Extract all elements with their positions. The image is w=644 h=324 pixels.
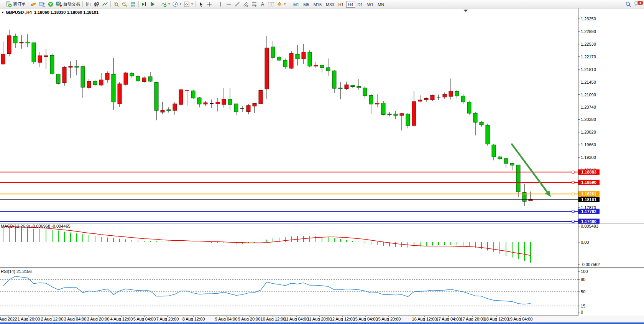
indicators-icon <box>161 1 167 7</box>
price-tick-label: 1.22170 <box>581 55 596 59</box>
chart-shift-button[interactable] <box>148 0 157 8</box>
svg-text:T: T <box>270 2 272 7</box>
timeframe-M15[interactable]: M15 <box>312 1 324 8</box>
candlestick-button[interactable] <box>92 0 101 8</box>
pane-separators[interactable] <box>0 223 644 268</box>
chevron-down-icon: ▾ <box>180 2 181 6</box>
timeframe-group: M1M5M15M30H1H4D1W1MN <box>291 1 386 8</box>
chat-button[interactable]: 1 <box>634 0 641 8</box>
channel-icon: E <box>243 1 249 7</box>
time-tick-label: 11 Aug 04:00 <box>284 317 309 321</box>
chart-canvas[interactable]: 1.232501.228901.225301.221701.218101.214… <box>0 8 644 322</box>
candle-down <box>75 66 79 67</box>
time-axis[interactable]: Aug 20221 Aug 20:002 Aug 12:003 Aug 04:0… <box>0 316 532 321</box>
toolbar: 新订单 自动交易 ▾ ▾ ▾ E F A T ▾ M1M5M15M30H1H4D… <box>0 0 644 8</box>
rsi-scale-label: 50 <box>581 289 585 294</box>
timeframe-M1[interactable]: M1 <box>291 1 301 8</box>
price-line-label: 1.17762 <box>581 209 596 214</box>
horizontal-line-button[interactable] <box>225 0 233 8</box>
toolbar-separator <box>138 1 139 7</box>
timeframe-H4[interactable]: H4 <box>346 1 355 8</box>
price-lines[interactable]: 1.188831.185901.182611.181011.177621.174… <box>0 169 600 224</box>
shift-marker[interactable] <box>463 10 468 12</box>
line-chart-button[interactable] <box>101 0 109 8</box>
candle-down <box>492 145 496 157</box>
auto-scroll-icon <box>141 1 147 7</box>
quote-header[interactable]: ▾ GBPUSD-,H4 1.18060 1.18330 1.18060 1.1… <box>2 10 99 15</box>
toolbar-separator <box>158 1 158 7</box>
rsi-scale-label: 80 <box>581 277 585 282</box>
indicators-button[interactable]: ▾ <box>159 0 171 8</box>
navigator-button[interactable] <box>46 0 55 8</box>
label-button[interactable]: T <box>267 0 275 8</box>
price-tick-label: 1.21090 <box>581 93 596 97</box>
time-tick-label: 15 Aug 20:00 <box>376 317 401 321</box>
channel-button[interactable]: E <box>242 0 250 8</box>
line-handle <box>572 181 574 183</box>
new-order-button[interactable]: 新订单 <box>5 0 27 8</box>
market-watch-icon <box>39 1 45 7</box>
styles-button[interactable] <box>30 0 38 8</box>
autotrading-button[interactable]: 自动交易 <box>55 0 81 8</box>
candle-down <box>461 96 465 102</box>
candle-up <box>246 106 250 112</box>
candle-down <box>277 57 281 60</box>
horizontal-line-icon <box>226 1 232 7</box>
price-tick-label: 1.20020 <box>581 130 596 134</box>
text-button[interactable]: A <box>258 0 267 8</box>
shapes-button[interactable]: ▾ <box>275 0 287 8</box>
timeframe-M5[interactable]: M5 <box>301 1 311 8</box>
candle-up <box>161 111 164 112</box>
time-tick-label: 2 Aug 12:00 <box>41 317 64 321</box>
timeframe-D1[interactable]: D1 <box>356 1 365 8</box>
candle-up <box>259 91 263 104</box>
fibonacci-button[interactable]: F <box>250 0 258 8</box>
vertical-line-button[interactable] <box>216 0 225 8</box>
candle-down <box>388 114 391 115</box>
candle-down <box>351 85 355 87</box>
candle-down <box>308 52 312 66</box>
trendline-button[interactable] <box>233 0 242 8</box>
bottom-accent-bar <box>0 322 644 324</box>
macd-indicator-label: MACD(12,26,9) -0.006968 -0.004465 <box>1 224 71 228</box>
price-tick-label: 1.19300 <box>581 155 596 160</box>
candle-up <box>265 48 269 89</box>
notification-badge: 1 <box>637 1 643 5</box>
timeframe-W1[interactable]: W1 <box>365 1 376 8</box>
auto-scroll-button[interactable] <box>140 0 148 8</box>
chevron-down-icon: ▾ <box>191 2 193 6</box>
time-tick-label: 17 Aug 20:00 <box>460 317 485 321</box>
candle-down <box>271 47 275 57</box>
templates-button[interactable]: ▾ <box>182 0 194 8</box>
candle-up <box>302 52 306 59</box>
candle-down <box>326 68 330 71</box>
candle-down <box>136 76 140 81</box>
search-button[interactable] <box>624 0 632 8</box>
time-tick-label: 19 Aug 04:00 <box>508 317 533 321</box>
candle-down <box>81 66 85 87</box>
candle-down <box>357 86 361 88</box>
cursor-button[interactable] <box>197 0 205 8</box>
bar-chart-button[interactable] <box>84 0 92 8</box>
candle-up <box>173 104 177 110</box>
zoom-in-button[interactable] <box>112 0 120 8</box>
timeframe-MN[interactable]: MN <box>376 1 386 8</box>
zoom-in-icon <box>113 1 119 7</box>
chevron-down-icon: ▾ <box>284 2 286 6</box>
candle-up <box>118 84 122 104</box>
tile-windows-button[interactable] <box>129 0 137 8</box>
candle-down <box>130 73 134 76</box>
line-handle <box>572 210 574 213</box>
zoom-out-button[interactable] <box>120 0 129 8</box>
periods-button[interactable]: ▾ <box>171 0 182 8</box>
time-tick-label: 9 Aug 04:00 <box>215 317 238 321</box>
time-tick-label: 15 Aug 04:00 <box>353 317 378 321</box>
timeframe-H1[interactable]: H1 <box>336 1 345 8</box>
market-watch-button[interactable] <box>38 0 46 8</box>
time-tick-label: 7 Aug 23:00 <box>156 317 179 321</box>
toolbar-separator <box>215 1 215 7</box>
candle-up <box>44 56 48 57</box>
timeframe-M30[interactable]: M30 <box>324 1 336 8</box>
crosshair-button[interactable] <box>205 0 214 8</box>
shapes-icon <box>276 1 283 7</box>
